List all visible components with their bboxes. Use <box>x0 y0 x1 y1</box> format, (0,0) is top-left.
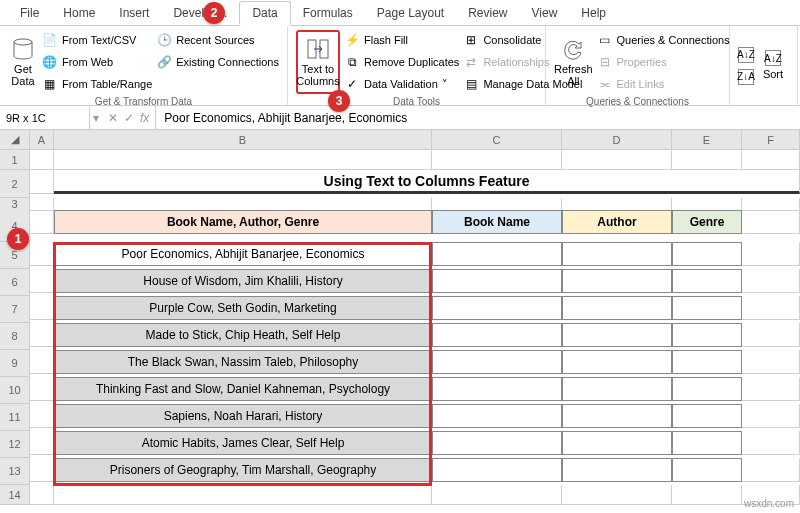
data-cell[interactable] <box>562 404 672 428</box>
remove-duplicates[interactable]: ⧉Remove Duplicates <box>344 52 459 72</box>
from-table-range[interactable]: ▦From Table/Range <box>42 74 152 94</box>
data-cell[interactable] <box>562 323 672 347</box>
row-header[interactable]: 6 <box>0 269 30 296</box>
worksheet[interactable]: ◢ A B C D E F 1 2 Using Text to Columns … <box>0 130 800 505</box>
row-header[interactable]: 13 <box>0 458 30 485</box>
sort-button[interactable]: A↓Z Sort <box>758 30 788 101</box>
data-cell[interactable] <box>562 296 672 320</box>
flash-icon: ⚡ <box>344 32 360 48</box>
data-cell[interactable]: Thinking Fast and Slow, Daniel Kahneman,… <box>54 377 432 401</box>
formula-bar[interactable]: Poor Economics, Abhijit Banarjee, Econom… <box>156 111 800 125</box>
data-cell[interactable]: Poor Economics, Abhijit Banarjee, Econom… <box>54 242 432 266</box>
data-cell[interactable] <box>562 377 672 401</box>
select-all[interactable]: ◢ <box>0 130 30 150</box>
callout-2: 2 <box>203 2 225 24</box>
data-cell[interactable]: Atomic Habits, James Clear, Self Help <box>54 431 432 455</box>
from-web[interactable]: 🌐From Web <box>42 52 152 72</box>
link-icon: ⫘ <box>597 76 613 92</box>
data-cell[interactable]: Purple Cow, Seth Godin, Marketing <box>54 296 432 320</box>
col-a[interactable]: A <box>30 130 54 150</box>
tab-home[interactable]: Home <box>51 0 107 25</box>
svg-point-0 <box>14 39 32 45</box>
recent-sources[interactable]: 🕒Recent Sources <box>156 30 279 50</box>
header-author[interactable]: Author <box>562 210 672 234</box>
sort-desc[interactable]: Z↓A <box>738 67 754 87</box>
row-header[interactable]: 8 <box>0 323 30 350</box>
data-cell[interactable] <box>672 431 742 455</box>
header-genre[interactable]: Genre <box>672 210 742 234</box>
data-cell[interactable] <box>562 350 672 374</box>
data-cell[interactable] <box>672 323 742 347</box>
data-cell[interactable] <box>432 431 562 455</box>
fx-icon[interactable]: fx <box>140 111 149 125</box>
consolidate-icon: ⊞ <box>463 32 479 48</box>
data-cell[interactable] <box>562 242 672 266</box>
callout-1: 1 <box>7 228 29 250</box>
data-cell[interactable] <box>672 350 742 374</box>
tab-file[interactable]: File <box>8 0 51 25</box>
group-queries: Refresh All ▭Queries & Connections ⊟Prop… <box>546 26 730 105</box>
row-header[interactable]: 11 <box>0 404 30 431</box>
data-cell[interactable] <box>562 431 672 455</box>
title-cell[interactable]: Using Text to Columns Feature <box>54 170 800 194</box>
data-cell[interactable] <box>432 350 562 374</box>
data-cell[interactable] <box>562 269 672 293</box>
cancel-icon[interactable]: ✕ <box>108 111 118 125</box>
data-cell[interactable] <box>562 458 672 482</box>
header-book-name[interactable]: Book Name <box>432 210 562 234</box>
row-header[interactable]: 14 <box>0 485 30 505</box>
data-cell[interactable]: Prisoners of Geography, Tim Marshall, Ge… <box>54 458 432 482</box>
row-header[interactable]: 7 <box>0 296 30 323</box>
sort-asc[interactable]: A↓Z <box>738 45 754 65</box>
col-b[interactable]: B <box>54 130 432 150</box>
tab-developer[interactable]: Develop... <box>161 0 239 25</box>
row-header[interactable]: 9 <box>0 350 30 377</box>
flash-fill[interactable]: ⚡Flash Fill <box>344 30 459 50</box>
data-cell[interactable]: House of Wisdom, Jim Khalili, History <box>54 269 432 293</box>
tab-insert[interactable]: Insert <box>107 0 161 25</box>
connection-icon: 🔗 <box>156 54 172 70</box>
data-cell[interactable]: Made to Stick, Chip Heath, Self Help <box>54 323 432 347</box>
data-cell[interactable] <box>432 269 562 293</box>
header-book-author-genre[interactable]: Book Name, Author, Genre <box>54 210 432 234</box>
from-text-csv[interactable]: 📄From Text/CSV <box>42 30 152 50</box>
tab-review[interactable]: Review <box>456 0 519 25</box>
get-data-button[interactable]: Get Data <box>8 30 38 94</box>
data-cell[interactable]: The Black Swan, Nassim Taleb, Philosophy <box>54 350 432 374</box>
row-header[interactable]: 2 <box>0 170 30 198</box>
row-header[interactable]: 10 <box>0 377 30 404</box>
row-header[interactable]: 12 <box>0 431 30 458</box>
data-cell[interactable] <box>672 242 742 266</box>
refresh-all-button[interactable]: Refresh All <box>554 30 593 94</box>
data-cell[interactable]: Sapiens, Noah Harari, History <box>54 404 432 428</box>
data-cell[interactable] <box>672 377 742 401</box>
data-cell[interactable] <box>432 404 562 428</box>
tab-view[interactable]: View <box>520 0 570 25</box>
row-header[interactable]: 1 <box>0 150 30 170</box>
data-cell[interactable] <box>432 458 562 482</box>
data-cell[interactable] <box>672 458 742 482</box>
col-f[interactable]: F <box>742 130 800 150</box>
existing-connections[interactable]: 🔗Existing Connections <box>156 52 279 72</box>
data-cell[interactable] <box>432 377 562 401</box>
data-cell[interactable] <box>672 296 742 320</box>
data-cell[interactable] <box>432 296 562 320</box>
name-box[interactable]: 9R x 1C <box>0 106 90 129</box>
tab-page-layout[interactable]: Page Layout <box>365 0 456 25</box>
data-cell[interactable] <box>432 242 562 266</box>
tab-formulas[interactable]: Formulas <box>291 0 365 25</box>
tab-help[interactable]: Help <box>569 0 618 25</box>
col-c[interactable]: C <box>432 130 562 150</box>
columns-icon <box>306 37 330 61</box>
data-cell[interactable] <box>672 404 742 428</box>
data-cell[interactable] <box>672 269 742 293</box>
col-e[interactable]: E <box>672 130 742 150</box>
enter-icon[interactable]: ✓ <box>124 111 134 125</box>
data-cell[interactable] <box>432 323 562 347</box>
data-validation[interactable]: ✓Data Validation ˅ <box>344 74 459 94</box>
tab-data[interactable]: Data <box>239 1 290 26</box>
query-icon: ▭ <box>597 32 613 48</box>
text-to-columns-button[interactable]: Text to Columns <box>296 30 340 94</box>
col-d[interactable]: D <box>562 130 672 150</box>
queries-connections[interactable]: ▭Queries & Connections <box>597 30 730 50</box>
